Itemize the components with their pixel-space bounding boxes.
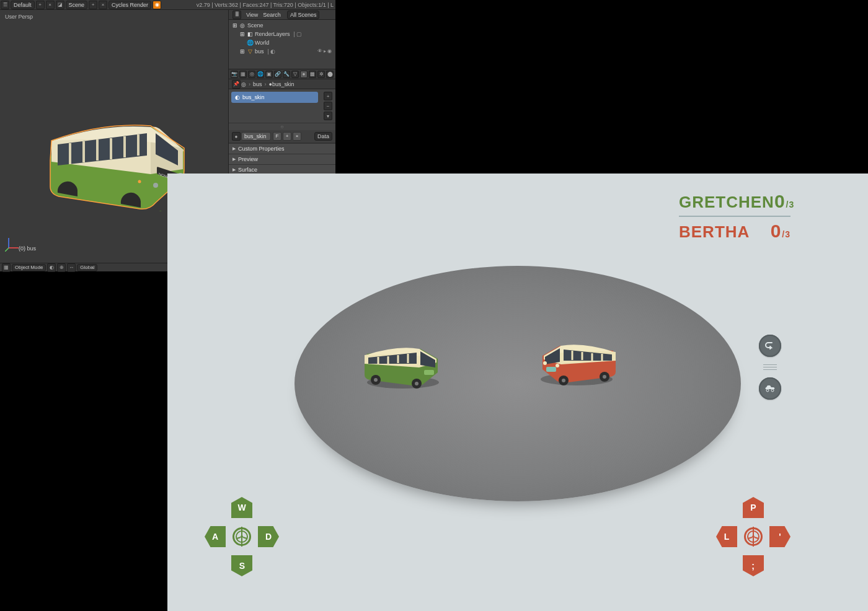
outliner-editor-icon[interactable]: ≣ <box>232 11 241 19</box>
outliner-filter-menu[interactable]: All Scenes <box>287 11 320 19</box>
prop-tab-render-icon[interactable]: 📷 <box>231 71 238 78</box>
prop-tab-world-icon[interactable]: 🌐 <box>257 71 264 78</box>
outliner-visibility-icons[interactable]: 👁 ▸ ◉ <box>317 48 332 54</box>
prop-tab-constraints-icon[interactable]: 🔗 <box>274 71 281 78</box>
layout-add-icon[interactable]: + <box>36 1 45 9</box>
blender-info-header: ☰ Default + × ◪ Scene + × Cycles Render … <box>0 0 335 10</box>
player2-bus <box>536 328 620 387</box>
material-slot-add-icon[interactable]: + <box>324 92 332 100</box>
p1-key-up[interactable]: W <box>231 497 252 518</box>
svg-point-3 <box>153 183 158 188</box>
prop-tab-modifiers-icon[interactable]: 🔧 <box>283 71 290 78</box>
outliner-item-renderlayers[interactable]: ⊞◧RenderLayers| ▢ <box>231 30 333 38</box>
viewport-perspective-label: User Persp <box>5 14 33 20</box>
material-slot-remove-icon[interactable]: − <box>324 102 332 110</box>
player2-max: /3 <box>782 229 790 239</box>
viewport-shading-icon[interactable]: ◐ <box>47 263 56 272</box>
outliner-item-world[interactable]: 🌐World <box>231 38 333 47</box>
p2-key-down[interactable]: ; <box>743 555 764 576</box>
prop-tab-object-icon[interactable]: ▣ <box>265 71 273 78</box>
svg-point-11 <box>374 378 378 382</box>
transform-orientation-menu[interactable]: Global <box>77 264 97 271</box>
material-unlink-icon[interactable]: × <box>293 132 301 141</box>
prop-tab-data-icon[interactable]: ▽ <box>291 71 299 78</box>
player1-max: /3 <box>786 200 795 209</box>
material-new-plus-icon[interactable]: + <box>283 132 291 141</box>
player1-bus <box>360 332 443 390</box>
material-slot-list[interactable]: ◐ bus_skin + − ▾ <box>229 89 335 123</box>
back-arrow-icon <box>764 340 776 351</box>
material-fakeuser-btn[interactable]: F <box>273 132 281 141</box>
mode-menu[interactable]: Object Mode <box>12 264 46 271</box>
outliner-item-scene[interactable]: ⊞◎Scene <box>231 21 333 30</box>
svg-rect-14 <box>424 370 434 375</box>
back-button[interactable] <box>759 335 781 357</box>
p2-key-left[interactable]: L <box>716 526 737 547</box>
svg-point-13 <box>415 382 418 385</box>
outliner-panel[interactable]: ⊞◎Scene ⊞◧RenderLayers| ▢ 🌐World ⊞▽bus| … <box>229 20 335 69</box>
scene-name-field[interactable]: Scene <box>66 1 88 9</box>
player1-controls: W A D S <box>205 499 279 574</box>
outliner-search-menu[interactable]: Search <box>263 12 281 18</box>
outliner-header: ≣ View Search All Scenes <box>229 10 335 20</box>
prop-tab-scene-icon[interactable]: ◎ <box>248 71 255 78</box>
material-browse-icon[interactable]: ● <box>232 132 241 141</box>
breadcrumb-object[interactable]: bus <box>253 81 262 87</box>
side-buttons <box>759 335 781 400</box>
svg-point-5 <box>138 180 141 183</box>
scene-stats: v2.79 | Verts:362 | Faces:247 | Tris:720… <box>197 2 335 8</box>
score-row-player1: GRETCHEN 0/3 <box>679 191 790 212</box>
material-name-row: ● bus_skin F + × Data <box>229 130 335 143</box>
p1-key-down[interactable]: S <box>231 555 252 576</box>
p2-key-up[interactable]: P <box>743 497 764 518</box>
material-slot-0[interactable]: ◐ bus_skin <box>231 92 318 103</box>
prop-tab-texture-icon[interactable]: ▩ <box>309 71 316 78</box>
scene-browse-icon[interactable]: ◪ <box>56 1 64 9</box>
material-slot-menu-icon[interactable]: ▾ <box>324 112 332 120</box>
player2-controls: P L ' ; <box>716 499 790 574</box>
scene-remove-icon[interactable]: × <box>99 1 107 9</box>
p1-key-left[interactable]: A <box>205 526 226 547</box>
vehicle-button[interactable] <box>759 377 781 400</box>
screen-layout-menu[interactable]: Default <box>11 1 35 9</box>
manipulator-icon[interactable]: ↔ <box>67 263 76 272</box>
breadcrumb-material[interactable]: bus_skin <box>272 81 294 87</box>
svg-point-21 <box>543 361 547 365</box>
svg-point-22 <box>556 364 559 367</box>
prop-tab-renderlayer-icon[interactable]: ▦ <box>239 71 247 78</box>
outliner-view-menu[interactable]: View <box>246 12 258 18</box>
panel-preview[interactable]: Preview <box>229 154 335 165</box>
p2-steering-icon <box>744 527 763 546</box>
properties-breadcrumb: 📌 ◎› bus› ● bus_skin <box>229 79 335 89</box>
side-button-divider <box>763 364 777 370</box>
pivot-menu-icon[interactable]: ⊕ <box>57 263 66 272</box>
player2-score: 0 <box>771 221 782 241</box>
material-name-field[interactable]: bus_skin <box>241 132 271 141</box>
player1-score: 0 <box>774 191 786 211</box>
blender-logo-icon: ◉ <box>153 1 161 9</box>
score-row-player2: BERTHA 0/3 <box>679 221 790 242</box>
svg-rect-20 <box>546 367 556 372</box>
pin-icon[interactable]: 📌 <box>232 80 241 89</box>
prop-tab-material-icon[interactable]: ● <box>300 71 308 78</box>
active-object-label: (0) bus <box>19 245 36 252</box>
game-window: GRETCHEN 0/3 BERTHA 0/3 W A D S P L ' ; <box>167 174 868 611</box>
p2-key-right[interactable]: ' <box>769 526 790 547</box>
svg-line-8 <box>5 248 9 252</box>
svg-point-17 <box>603 375 606 379</box>
material-link-menu[interactable]: Data <box>314 132 332 141</box>
viewport-editor-icon[interactable]: ▦ <box>2 263 11 272</box>
p1-steering-icon <box>232 527 251 546</box>
prop-tab-physics-icon[interactable]: ⬤ <box>326 71 334 78</box>
prop-tab-particles-icon[interactable]: ✲ <box>317 71 325 78</box>
panel-custom-properties[interactable]: Custom Properties <box>229 144 335 154</box>
render-engine-menu[interactable]: Cycles Render <box>108 1 151 9</box>
material-node-toggle[interactable]: ○ <box>229 123 335 130</box>
layout-remove-icon[interactable]: × <box>46 1 55 9</box>
breadcrumb-scene-icon: ◎ <box>241 81 246 87</box>
scene-add-icon[interactable]: + <box>89 1 97 9</box>
editor-type-icon[interactable]: ☰ <box>1 1 9 9</box>
svg-point-26 <box>241 535 243 538</box>
p1-key-right[interactable]: D <box>258 526 279 547</box>
svg-point-24 <box>771 389 774 392</box>
